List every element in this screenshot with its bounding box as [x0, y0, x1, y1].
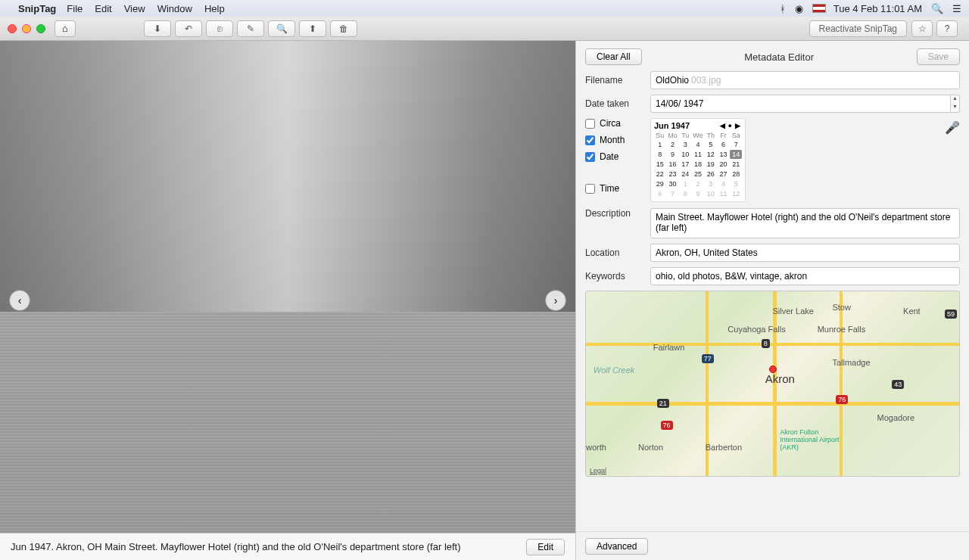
cal-day[interactable]: 17: [679, 160, 691, 169]
maximize-button[interactable]: [36, 24, 45, 33]
cal-day[interactable]: 19: [705, 160, 717, 169]
cal-day[interactable]: 9: [667, 150, 679, 159]
cal-day[interactable]: 4: [692, 140, 704, 149]
cal-day[interactable]: 7: [730, 140, 742, 149]
save-button[interactable]: Save: [917, 48, 960, 65]
clock[interactable]: Tue 4 Feb 11:01 AM: [833, 3, 922, 14]
cal-day[interactable]: 28: [730, 170, 742, 179]
cal-day[interactable]: 2: [667, 140, 679, 149]
favorite-button[interactable]: ☆: [911, 20, 933, 37]
dictation-icon[interactable]: 🎤: [945, 118, 960, 136]
menu-view[interactable]: View: [124, 3, 145, 14]
cal-day[interactable]: 16: [667, 160, 679, 169]
map-legal[interactable]: Legal: [590, 467, 606, 474]
cal-day[interactable]: 7: [667, 189, 679, 198]
cal-day[interactable]: 6: [718, 140, 730, 149]
cal-next[interactable]: ▶: [734, 122, 742, 129]
cal-day[interactable]: 10: [679, 150, 691, 159]
map-city-akron: Akron: [765, 372, 795, 385]
cal-day[interactable]: 3: [679, 140, 691, 149]
flag-icon[interactable]: [812, 4, 826, 13]
cal-day[interactable]: 27: [718, 170, 730, 179]
map[interactable]: Akron Silver Lake Stow Kent Cuyahoga Fal…: [585, 291, 960, 477]
edit-caption-button[interactable]: Edit: [526, 539, 565, 555]
cal-day[interactable]: 8: [679, 189, 691, 198]
cal-day[interactable]: 18: [692, 160, 704, 169]
filename-input[interactable]: [650, 71, 960, 89]
wifi-icon[interactable]: ◉: [795, 3, 803, 14]
cal-day[interactable]: 8: [654, 150, 666, 159]
crop-button[interactable]: ⟄: [206, 20, 233, 37]
cal-day[interactable]: 5: [730, 179, 742, 188]
photo[interactable]: [0, 41, 575, 533]
cal-day[interactable]: 14: [730, 150, 742, 159]
cal-day[interactable]: 11: [718, 189, 730, 198]
cal-day[interactable]: 6: [654, 189, 666, 198]
cal-day[interactable]: 2: [692, 179, 704, 188]
calendar[interactable]: Jun 1947 ◀ ● ▶ SuMoTuWeThFrSa12345678910…: [650, 118, 746, 202]
trash-button[interactable]: 🗑: [330, 20, 357, 37]
minimize-button[interactable]: [22, 24, 31, 33]
map-pin[interactable]: [769, 366, 777, 373]
close-button[interactable]: [8, 24, 17, 33]
cal-day[interactable]: 21: [730, 160, 742, 169]
menu-file[interactable]: File: [67, 3, 83, 14]
month-checkbox[interactable]: Month: [585, 135, 650, 145]
map-city-stow: Stow: [832, 303, 850, 312]
date-taken-input[interactable]: [650, 95, 951, 113]
image-viewer: ‹ › Jun 1947. Akron, OH Main Street. May…: [0, 41, 575, 560]
keywords-input[interactable]: [650, 267, 960, 285]
home-button[interactable]: ⌂: [55, 20, 76, 37]
shield-77: 77: [702, 354, 714, 363]
circa-checkbox[interactable]: Circa: [585, 118, 650, 129]
advanced-button[interactable]: Advanced: [585, 538, 648, 555]
location-input[interactable]: [650, 244, 960, 262]
cal-day[interactable]: 26: [705, 170, 717, 179]
cal-day[interactable]: 20: [718, 160, 730, 169]
cal-day[interactable]: 29: [654, 179, 666, 188]
prev-image-button[interactable]: ‹: [9, 290, 30, 311]
undo-button[interactable]: ↶: [175, 20, 202, 37]
location-label: Location: [585, 247, 650, 258]
description-input[interactable]: [650, 208, 960, 238]
cal-prev[interactable]: ◀: [718, 122, 727, 129]
cal-day[interactable]: 9: [692, 189, 704, 198]
cal-day[interactable]: 3: [705, 179, 717, 188]
cal-day[interactable]: 25: [692, 170, 704, 179]
spotlight-icon[interactable]: 🔍: [931, 3, 943, 14]
cal-day[interactable]: 15: [654, 160, 666, 169]
cal-day[interactable]: 22: [654, 170, 666, 179]
shield-76b: 76: [836, 395, 848, 404]
cal-day[interactable]: 30: [667, 179, 679, 188]
cal-day[interactable]: 5: [705, 140, 717, 149]
date-checkbox[interactable]: Date: [585, 151, 650, 162]
time-checkbox[interactable]: Time: [585, 183, 650, 194]
cal-day[interactable]: 24: [679, 170, 691, 179]
date-stepper[interactable]: ▲▼: [951, 95, 960, 113]
cal-day[interactable]: 1: [679, 179, 691, 188]
map-city-cuyahoga: Cuyahoga Falls: [728, 325, 785, 334]
menu-edit[interactable]: Edit: [95, 3, 111, 14]
cal-day[interactable]: 23: [667, 170, 679, 179]
bluetooth-icon[interactable]: ᚼ: [780, 3, 786, 14]
edit-tool-button[interactable]: ✎: [237, 20, 264, 37]
help-button[interactable]: ?: [936, 20, 958, 37]
cal-day[interactable]: 11: [692, 150, 704, 159]
cal-day[interactable]: 13: [718, 150, 730, 159]
menu-window[interactable]: Window: [157, 3, 192, 14]
cal-day[interactable]: 12: [705, 150, 717, 159]
cal-today[interactable]: ●: [727, 122, 734, 129]
cal-day[interactable]: 1: [654, 140, 666, 149]
zoom-button[interactable]: 🔍: [268, 20, 295, 37]
menu-help[interactable]: Help: [204, 3, 225, 14]
menu-extras-icon[interactable]: ☰: [952, 3, 961, 14]
reactivate-button[interactable]: Reactivate SnipTag: [809, 20, 907, 37]
app-name[interactable]: SnipTag: [18, 3, 56, 14]
export-button[interactable]: ⬆: [299, 20, 326, 37]
clear-all-button[interactable]: Clear All: [585, 48, 642, 65]
cal-day[interactable]: 4: [718, 179, 730, 188]
cal-day[interactable]: 12: [730, 189, 742, 198]
next-image-button[interactable]: ›: [545, 290, 566, 311]
import-button[interactable]: ⬇: [144, 20, 171, 37]
cal-day[interactable]: 10: [705, 189, 717, 198]
